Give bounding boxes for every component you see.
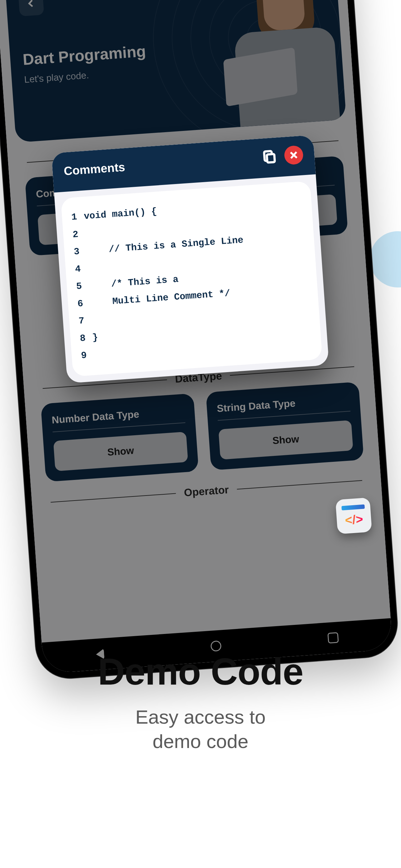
marketing-headline: Demo Code [0,650,401,693]
code-modal: Comments 1void main() { 2 3 // This is a… [51,135,329,383]
marketing-copy: Demo Code Easy access to demo code [0,650,401,753]
code-line [93,346,94,364]
code-icon: </> [344,512,364,527]
code-block: 1void main() { 2 3 // This is a Single L… [61,181,322,376]
close-icon [288,150,299,160]
copy-button[interactable] [261,149,277,165]
marketing-sub-line2: demo code [153,731,248,752]
close-button[interactable] [284,145,304,165]
svg-rect-0 [267,154,275,163]
phone-screen: 10:25 Dart Programing Let's play code. [0,0,393,674]
nav-recent-icon[interactable] [327,632,338,643]
code-line [87,260,88,277]
decorative-blob [370,231,401,287]
marketing-sub-line1: Easy access to [136,706,266,728]
code-line: } [92,329,99,346]
code-line [91,312,92,329]
phone-frame: 10:25 Dart Programing Let's play code. [0,0,399,681]
floating-code-button[interactable]: </> [335,497,372,534]
copy-icon [261,149,277,165]
modal-title: Comments [63,151,255,178]
code-line [85,225,86,243]
